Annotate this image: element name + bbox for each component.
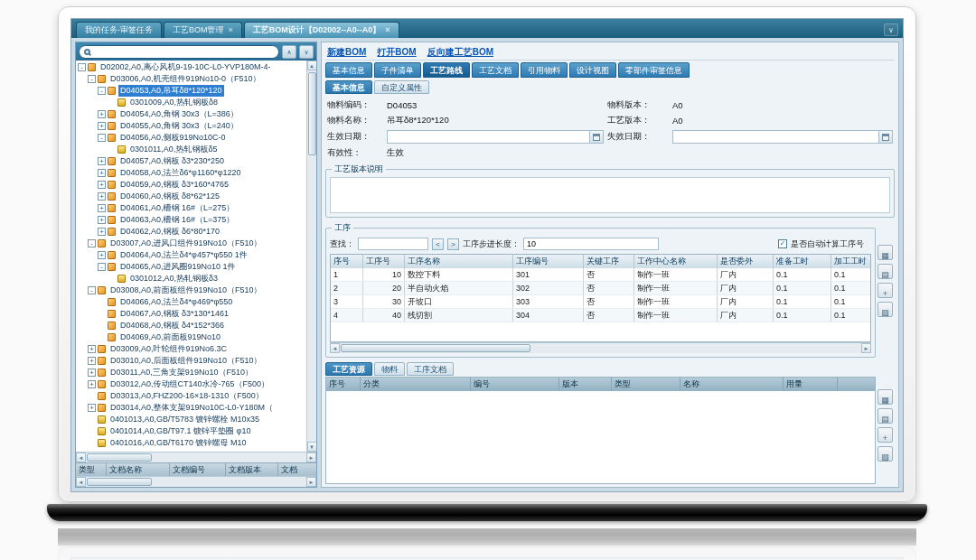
tree-node[interactable]: +D04064,A0,法兰δ4*φ457*φ550 1件 [76,249,306,261]
expand-icon[interactable]: + [88,380,96,388]
tree-node[interactable]: -D04053,A0,吊耳δ8*120*120 [76,85,306,97]
tree-node[interactable]: +D04058,A0,法兰δ6*φ1160*φ1220 [76,167,306,179]
expand-icon[interactable]: + [88,404,96,412]
tree-node[interactable]: D04066,A0,法兰δ4*φ469*φ550 [76,296,306,308]
scroll-left-icon[interactable]: ◄ [76,477,86,487]
side-tool-button[interactable]: ▦ [877,389,893,405]
tree-node[interactable]: 0401013,A0,GB/T5783 镀锌螺栓 M10x35 [76,414,306,425]
window-tab[interactable]: 工艺BOM管理× [164,22,242,38]
table-row[interactable]: 330开坡口303否制作一班厂内0.10.1 [331,295,870,309]
expand-icon[interactable]: + [98,169,106,177]
search-input[interactable] [94,46,274,57]
table-row[interactable]: 110数控下料301否制作一班厂内0.10.1 [331,268,870,282]
main-tab[interactable]: 设计视图 [569,62,616,78]
tree-node[interactable]: +D04055,A0,角钢 30x3（L=240） [76,120,306,132]
reverse-bom-link[interactable]: 反向建工艺BOM [427,46,493,59]
tree-node[interactable]: D03013,A0,FHZ200-16×18-1310（F500） [76,390,306,402]
tree-vertical-scrollbar[interactable]: ▲ ▼ [306,61,316,452]
tree-node[interactable]: 0301011,A0,热轧钢板δ5 [76,144,306,155]
find-prev-button[interactable]: < [432,238,444,250]
side-tool-button[interactable]: ▧ [877,446,893,462]
scroll-right-icon[interactable]: ► [306,477,316,487]
process-horizontal-scrollbar[interactable]: ◄ ► [330,342,871,353]
tree-node[interactable]: +D03012,A0,传动组CT140水冷-765（F500） [76,378,306,390]
collapse-icon[interactable]: - [88,286,96,294]
side-tool-button[interactable]: ▧ [877,302,893,317]
resource-tab[interactable]: 工艺资源 [325,362,372,376]
table-row[interactable]: 440线切割304否制作一班厂内0.10.1 [331,309,870,322]
find-next-button[interactable]: > [447,238,459,250]
search-prev-button[interactable]: ∧ [282,45,296,59]
main-tab[interactable]: 工艺路线 [423,62,470,78]
table-row[interactable]: 220半自动火焰302否制作一班厂内0.10.1 [331,282,870,295]
scrollbar-thumb[interactable] [87,453,152,462]
collapse-icon[interactable]: - [88,75,96,83]
open-bom-link[interactable]: 打开BOM [377,46,416,59]
collapse-icon[interactable]: - [98,87,106,95]
main-tab[interactable]: 基本信息 [325,62,372,78]
tree-node[interactable]: D04067,A0,钢板 δ3*130*1461 [76,308,306,320]
tree-node[interactable]: +D04057,A0,钢板 δ3*230*250 [76,155,306,167]
detail-tab[interactable]: 自定义属性 [374,80,429,94]
tree-node[interactable]: D04068,A0,钢板 δ4*152*366 [76,320,306,331]
scroll-left-icon[interactable]: ◄ [330,343,340,353]
main-tab[interactable]: 工艺文档 [472,62,519,78]
tree-node[interactable]: +D04054,A0,角钢 30x3（L=386） [76,108,306,120]
scroll-left-icon[interactable]: ◄ [76,453,86,462]
tree-node[interactable]: 0401014,A0,GB/T97.1 镀锌平垫圈 φ10 [76,425,306,437]
doc-horizontal-scrollbar[interactable]: ◄ ► [76,476,316,487]
resource-tab[interactable]: 工序文档 [407,362,454,376]
auto-number-checkbox[interactable]: ✓ [778,239,787,248]
tree-node[interactable]: +D04059,A0,钢板 δ3*160*4765 [76,179,306,191]
expand-icon[interactable]: + [98,204,106,212]
main-tab[interactable]: 子件清单 [374,62,421,78]
expire-date-input[interactable] [673,133,878,142]
tree-node[interactable]: -D03008,A0,前面板组件919No10（F510） [76,285,306,296]
tree-node[interactable]: -D04056,A0,侧板919No10C-0 [76,132,306,144]
scroll-right-icon[interactable]: ► [306,453,316,462]
tree-node[interactable]: +D03014,A0,整体支架919No10C-L0-Y180M（ [76,402,306,414]
expand-icon[interactable]: + [98,157,106,165]
expand-icon[interactable]: + [88,345,96,353]
tree-node[interactable]: D04069,A0,前面板919No10 [76,331,306,343]
tree-node[interactable]: +D04060,A0,钢板 δ8*62*125 [76,191,306,202]
expand-icon[interactable]: + [98,228,106,236]
scrollbar-thumb[interactable] [341,344,530,352]
expand-icon[interactable]: + [98,110,106,118]
tree-node[interactable]: +D04063,A0,槽钢 16#（L=375） [76,214,306,226]
side-tool-button[interactable]: ▦ [877,245,893,260]
main-tab[interactable]: 引用物料 [521,62,568,78]
expand-icon[interactable]: + [88,357,96,365]
tab-overflow-button[interactable]: ∨ [884,23,898,36]
tree-node[interactable]: +D03010,A0,后面板组件919No10（F510） [76,355,306,367]
tree-node[interactable]: -D03006,A0,机壳组件919No10-0（F510） [76,73,306,85]
expire-date-picker-button[interactable] [878,131,892,143]
version-note-box[interactable] [330,177,890,213]
expand-icon[interactable]: + [98,122,106,130]
tree-node[interactable]: +D03009,A0,叶轮组件919No6.3C [76,343,306,355]
find-input[interactable] [358,238,428,250]
collapse-icon[interactable]: - [98,134,106,142]
expand-icon[interactable]: + [98,251,106,259]
tree-node[interactable]: 0301009,A0,热轧钢板δ8 [76,97,306,108]
search-next-button[interactable]: ∨ [299,45,314,59]
side-tool-button[interactable]: + [877,427,893,443]
tree-node[interactable]: +D04062,A0,钢板 δ6*80*170 [76,226,306,238]
side-tool-button[interactable]: + [877,283,893,298]
tree-horizontal-scrollbar[interactable]: ◄ ► [76,452,316,462]
step-length-input[interactable] [523,238,659,250]
scroll-right-icon[interactable]: ► [861,343,871,353]
effective-date-picker-button[interactable] [589,131,603,143]
scrollbar-thumb[interactable] [87,478,152,486]
window-tab[interactable]: 工艺BOM设计【D02002--A0--A0】× [244,22,399,38]
expand-icon[interactable]: + [88,369,96,377]
scroll-up-icon[interactable]: ▲ [307,61,317,70]
scroll-down-icon[interactable]: ▼ [307,442,317,452]
side-tool-button[interactable]: ▤ [877,264,893,279]
collapse-icon[interactable]: - [98,263,106,271]
collapse-icon[interactable]: - [88,239,96,247]
tree-node[interactable]: +D04061,A0,槽钢 16#（L=275） [76,202,306,214]
tree-node[interactable]: 0401016,A0,GB/T6170 镀锌螺母 M10 [76,437,306,449]
expand-icon[interactable]: + [98,192,106,201]
close-icon[interactable]: × [229,26,233,34]
